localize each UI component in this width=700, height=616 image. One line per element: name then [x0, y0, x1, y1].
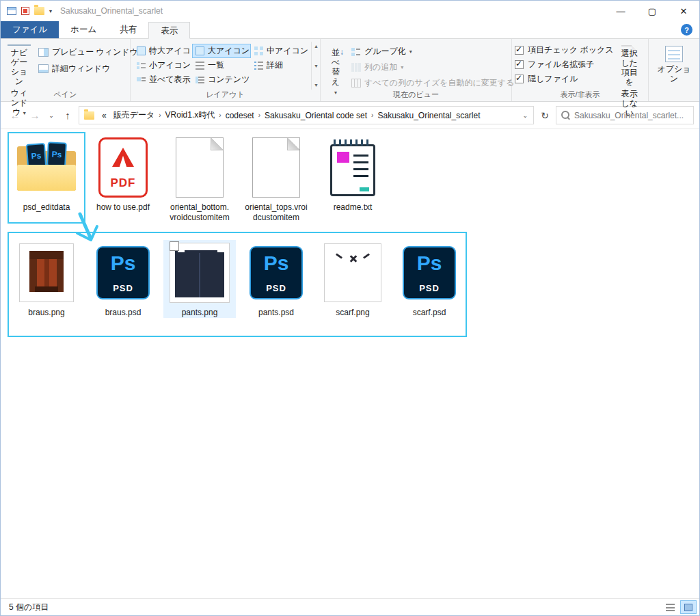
status-bar: 5 個の項目	[1, 598, 699, 615]
extra-large-icon	[137, 46, 146, 55]
file-item-scarf-psd[interactable]: PsPSD scarf.psd	[393, 240, 466, 318]
file-item-psd-editdata[interactable]: Ps Ps psd_editdata	[10, 135, 83, 223]
checkbox-icon: ✓	[515, 46, 524, 55]
address-bar[interactable]: « 販売データ › VRoid1.x時代 › codeset › Sakusak…	[79, 106, 534, 124]
tab-home[interactable]: ホーム	[59, 21, 108, 38]
image-thumbnail-icon	[170, 243, 230, 303]
file-label: oriental_tops.vroidcustomitem	[245, 202, 307, 223]
breadcrumb-item[interactable]: Sakusaku_Oriental code set	[261, 107, 371, 124]
window-title: Sakusaku_Orinental_scarlet	[60, 6, 163, 16]
up-button[interactable]: ↑	[59, 107, 77, 124]
item-checkbox[interactable]	[170, 241, 179, 251]
file-label: psd_editdata	[23, 202, 70, 213]
file-label: pants.psd	[258, 308, 294, 318]
file-label: braus.png	[28, 308, 64, 318]
breadcrumb-item[interactable]: VRoid1.x時代	[162, 107, 219, 124]
tab-file[interactable]: ファイル	[1, 21, 59, 38]
ribbon-group-show-hide: ✓ 項目チェック ボックス ✓ ファイル名拡張子 ✓ 隠しファイル 選択した項目…	[512, 39, 649, 101]
details-pane-icon	[38, 64, 49, 73]
ribbon-group-options: オプション	[649, 39, 699, 101]
file-extensions-checkbox[interactable]: ✓ ファイル名拡張子	[515, 57, 614, 72]
breadcrumb-item[interactable]: codeset	[222, 107, 258, 124]
help-button[interactable]: ?	[681, 24, 692, 36]
layout-medium-icons[interactable]: 中アイコン	[251, 44, 310, 58]
file-item-braus-png[interactable]: braus.png	[10, 240, 83, 318]
item-checkboxes-checkbox[interactable]: ✓ 項目チェック ボックス	[515, 43, 614, 57]
file-list-area[interactable]: Ps Ps psd_editdata PDF how to use.pdf	[1, 129, 699, 598]
content-icon	[196, 75, 204, 84]
small-icon	[137, 61, 146, 70]
maximize-button[interactable]: ▢	[636, 1, 668, 21]
file-item-readme-txt[interactable]: readme.txt	[317, 135, 389, 223]
chevron-down-icon: ▾	[409, 49, 412, 55]
file-item-oriental-tops[interactable]: oriental_tops.vroidcustomitem	[240, 135, 312, 223]
layout-details[interactable]: 詳細	[251, 58, 310, 72]
layout-content[interactable]: コンテンツ	[192, 72, 251, 87]
layout-list[interactable]: 一覧	[192, 58, 251, 72]
breadcrumb-overflow[interactable]: «	[98, 107, 110, 124]
tiles-icon	[137, 75, 146, 84]
explorer-window: ▾ Sakusaku_Orinental_scarlet — ▢ ✕ ファイル …	[0, 0, 700, 616]
details-pane-button[interactable]: 詳細ウィンドウ	[35, 61, 142, 76]
layout-tiles[interactable]: 並べて表示	[133, 72, 192, 87]
details-view-toggle[interactable]	[662, 600, 678, 614]
items-count: 5 個の項目	[9, 602, 49, 613]
group-label-layout: レイアウト	[131, 90, 320, 100]
group-by-button[interactable]: グループ化 ▾	[348, 44, 517, 59]
gallery-more-icon[interactable]: ▼	[314, 83, 319, 88]
navigation-pane-button[interactable]: ナビゲーション ウィンドウ ▾	[3, 42, 35, 90]
file-item-pants-psd[interactable]: PsPSD pants.psd	[240, 240, 312, 318]
photoshop-file-icon: PsPSD	[250, 246, 303, 299]
chevron-down-icon: ▾	[401, 64, 403, 70]
group-label-panes: ペイン	[1, 90, 130, 100]
file-item-braus-psd[interactable]: PsPSD braus.psd	[87, 240, 159, 318]
properties-icon[interactable]	[7, 7, 16, 15]
large-icons-view-toggle[interactable]	[680, 600, 697, 614]
address-dropdown-icon[interactable]: ⌄	[517, 112, 533, 119]
sort-by-button[interactable]: 並べ替え ▾	[323, 42, 348, 90]
group-label-current-view: 現在のビュー	[321, 90, 511, 100]
layout-small-icons[interactable]: 小アイコン	[133, 58, 192, 72]
folder-icon[interactable]	[34, 7, 44, 15]
file-item-pants-png[interactable]: pants.png	[163, 240, 236, 318]
folder-with-psd-icon: Ps Ps	[17, 143, 76, 192]
refresh-button[interactable]: ↻	[536, 107, 554, 124]
file-item-how-to-use-pdf[interactable]: PDF how to use.pdf	[87, 135, 159, 223]
minimize-button[interactable]: —	[605, 1, 636, 21]
breadcrumb-item[interactable]: 販売データ	[110, 107, 159, 124]
gallery-scroll-down-icon[interactable]: ▼	[314, 64, 319, 68]
layout-extra-large-icons[interactable]: 特大アイコン	[133, 44, 192, 58]
search-icon	[561, 111, 570, 120]
file-item-scarf-png[interactable]: scarf.png	[317, 240, 389, 318]
layout-gallery: 特大アイコン 大アイコン 中アイコン 小アイコン 一覧 詳細 並べて表示 コンテ…	[133, 42, 310, 90]
breadcrumb-item[interactable]: Sakusaku_Orinental_scarlet	[374, 107, 483, 124]
file-label: scarf.png	[336, 308, 369, 318]
ribbon-tabs: ファイル ホーム 共有 表示 ?	[1, 21, 699, 39]
hidden-items-checkbox[interactable]: ✓ 隠しファイル	[515, 72, 614, 86]
generic-file-icon	[176, 137, 224, 198]
close-button[interactable]: ✕	[668, 1, 699, 21]
notepad-file-icon	[330, 144, 375, 196]
gallery-scrollbar: ▲ ▼ ▼	[311, 42, 321, 90]
options-button[interactable]: オプション	[651, 42, 697, 90]
details-view-icon	[666, 604, 675, 611]
hide-selected-items-button[interactable]: 選択した項目を 表示しない	[614, 42, 645, 90]
large-icon	[196, 46, 204, 55]
gallery-scroll-up-icon[interactable]: ▲	[314, 44, 319, 49]
address-band: ← → ⌄ ↑ « 販売データ › VRoid1.x時代 › codeset ›…	[1, 102, 699, 129]
generic-file-icon	[252, 137, 300, 198]
file-label: braus.psd	[105, 308, 142, 318]
file-label: oriental_bottom.vroidcustomitem	[170, 202, 229, 223]
qat-tool-icon[interactable]	[21, 7, 29, 15]
details-icon	[254, 61, 263, 70]
preview-pane-button[interactable]: プレビュー ウィンドウ	[35, 44, 142, 59]
tab-share[interactable]: 共有	[108, 21, 148, 38]
list-icon	[196, 61, 204, 70]
tab-view[interactable]: 表示	[148, 22, 190, 39]
qat-dropdown-icon[interactable]: ▾	[49, 8, 52, 14]
layout-large-icons[interactable]: 大アイコン	[192, 44, 251, 58]
group-by-icon	[351, 47, 361, 56]
file-item-oriental-bottom[interactable]: oriental_bottom.vroidcustomitem	[163, 135, 236, 223]
preview-pane-icon	[38, 48, 49, 57]
recent-locations-icon[interactable]: ⌄	[46, 107, 57, 124]
